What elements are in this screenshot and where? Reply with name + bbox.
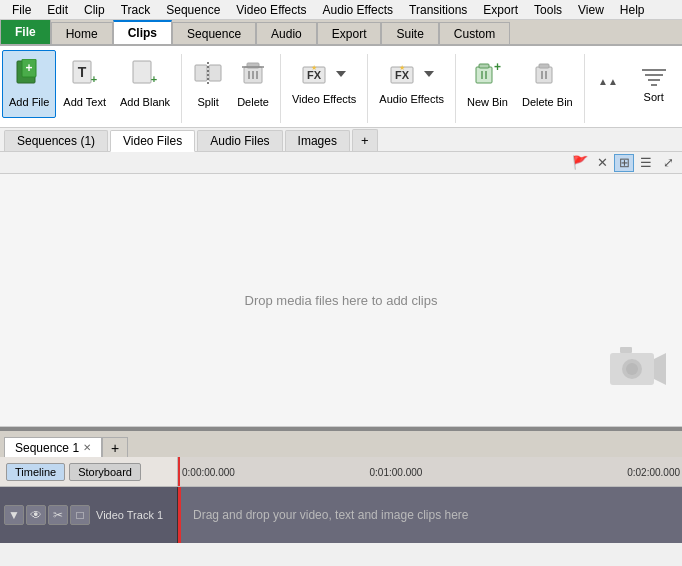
expand-icon[interactable]: ⤢ bbox=[658, 154, 678, 172]
menu-bar: File Edit Clip Track Sequence Video Effe… bbox=[0, 0, 682, 20]
svg-rect-43 bbox=[620, 347, 632, 353]
playhead-top bbox=[178, 457, 180, 486]
track-name-label: Video Track 1 bbox=[96, 509, 163, 521]
sequence-tab[interactable]: Sequence 1 ✕ bbox=[4, 437, 102, 457]
delete-bin-label: Delete Bin bbox=[522, 96, 573, 109]
video-effects-button[interactable]: FX ★ Video Effects bbox=[285, 50, 363, 118]
list-view-icon[interactable]: ☰ bbox=[636, 154, 656, 172]
timeline-header-row: Timeline Storyboard 0:00:00.000 0:01:00.… bbox=[0, 457, 682, 487]
menu-view[interactable]: View bbox=[570, 1, 612, 19]
sort-button[interactable]: Sort bbox=[631, 50, 677, 118]
sort-label: Sort bbox=[644, 91, 664, 103]
tab-audio[interactable]: Audio bbox=[256, 22, 317, 44]
track-visibility-button[interactable]: 👁 bbox=[26, 505, 46, 525]
svg-text:★: ★ bbox=[399, 64, 405, 71]
svg-rect-25 bbox=[476, 67, 492, 83]
delete-button[interactable]: Delete bbox=[230, 50, 276, 118]
track-mute-button[interactable]: □ bbox=[70, 505, 90, 525]
video-effects-label: Video Effects bbox=[292, 93, 356, 106]
svg-rect-31 bbox=[539, 64, 549, 68]
track-expand-button[interactable]: ▼ bbox=[4, 505, 24, 525]
tab-audio-files[interactable]: Audio Files bbox=[197, 130, 282, 151]
menu-track[interactable]: Track bbox=[113, 1, 159, 19]
drop-text: Drop media files here to add clips bbox=[245, 293, 438, 308]
tab-add-button[interactable]: + bbox=[352, 129, 378, 151]
video-effects-icon: FX ★ bbox=[302, 61, 346, 89]
track-drop-text: Drag and drop your video, text and image… bbox=[193, 508, 469, 522]
menu-tools[interactable]: Tools bbox=[526, 1, 570, 19]
menu-clip[interactable]: Clip bbox=[76, 1, 113, 19]
tab-clips[interactable]: Clips bbox=[113, 20, 172, 44]
reject-icon[interactable]: ✕ bbox=[592, 154, 612, 172]
menu-video-effects[interactable]: Video Effects bbox=[228, 1, 314, 19]
svg-text:+: + bbox=[26, 61, 33, 75]
delete-bin-button[interactable]: Delete Bin bbox=[515, 50, 580, 118]
menu-export[interactable]: Export bbox=[475, 1, 526, 19]
sort-icon bbox=[640, 65, 668, 91]
add-text-icon: T + bbox=[70, 59, 100, 92]
timeline-ruler: 0:00:00.000 0:01:00.000 0:02:00.000 bbox=[178, 457, 682, 486]
menu-help[interactable]: Help bbox=[612, 1, 653, 19]
timeline-button[interactable]: Timeline bbox=[6, 463, 65, 481]
volume-icon-area: ▲▲ bbox=[589, 50, 631, 118]
tab-video-files[interactable]: Video Files bbox=[110, 130, 195, 152]
timeline-label-col: Timeline Storyboard bbox=[0, 457, 178, 486]
svg-rect-26 bbox=[479, 64, 489, 68]
tab-sequences[interactable]: Sequences (1) bbox=[4, 130, 108, 151]
track-content-area[interactable]: Drag and drop your video, text and image… bbox=[178, 487, 682, 543]
menu-file[interactable]: File bbox=[4, 1, 39, 19]
sequence-tab-close[interactable]: ✕ bbox=[83, 442, 91, 453]
time-mark-0: 0:00:00.000 bbox=[178, 466, 235, 477]
audio-effects-button[interactable]: FX ★ Audio Effects bbox=[372, 50, 451, 118]
menu-edit[interactable]: Edit bbox=[39, 1, 76, 19]
content-tabs: Sequences (1) Video Files Audio Files Im… bbox=[0, 128, 682, 152]
svg-marker-24 bbox=[424, 71, 434, 77]
svg-text:★: ★ bbox=[311, 64, 317, 71]
volume-icon: ▲▲ bbox=[596, 68, 624, 96]
new-bin-button[interactable]: + New Bin bbox=[460, 50, 515, 118]
timeline-tabs: Sequence 1 ✕ + bbox=[0, 431, 682, 457]
tab-images[interactable]: Images bbox=[285, 130, 350, 151]
split-icon bbox=[193, 59, 223, 92]
audio-effects-icon: FX ★ bbox=[390, 61, 434, 89]
storyboard-button[interactable]: Storyboard bbox=[69, 463, 141, 481]
timeline-track-area: ▼ 👁 ✂ □ Video Track 1 Drag and drop your… bbox=[0, 487, 682, 543]
add-file-label: Add File bbox=[9, 96, 49, 109]
new-bin-label: New Bin bbox=[467, 96, 508, 109]
svg-marker-20 bbox=[336, 71, 346, 77]
sequence-tab-label: Sequence 1 bbox=[15, 441, 79, 455]
tab-export[interactable]: Export bbox=[317, 22, 382, 44]
timeline-tab-add[interactable]: + bbox=[102, 437, 128, 457]
add-text-button[interactable]: T + Add Text bbox=[56, 50, 113, 118]
tab-bar: File Home Clips Sequence Audio Export Su… bbox=[0, 20, 682, 46]
time-mark-2: 0:02:00.000 bbox=[627, 466, 680, 477]
add-blank-button[interactable]: + Add Blank bbox=[113, 50, 177, 118]
grid-view-icon[interactable]: ⊞ bbox=[614, 154, 634, 172]
menu-sequence[interactable]: Sequence bbox=[158, 1, 228, 19]
track-controls: ▼ 👁 ✂ □ Video Track 1 bbox=[0, 487, 178, 543]
tab-sequence[interactable]: Sequence bbox=[172, 22, 256, 44]
tab-custom[interactable]: Custom bbox=[439, 22, 510, 44]
camera-watermark-icon bbox=[608, 341, 668, 402]
add-blank-icon: + bbox=[130, 59, 160, 92]
add-text-label: Add Text bbox=[63, 96, 106, 109]
time-mark-1: 0:01:00.000 bbox=[370, 466, 423, 477]
svg-text:+: + bbox=[494, 60, 501, 74]
add-blank-label: Add Blank bbox=[120, 96, 170, 109]
menu-transitions[interactable]: Transitions bbox=[401, 1, 475, 19]
tab-home[interactable]: Home bbox=[51, 22, 113, 44]
svg-point-41 bbox=[626, 363, 638, 375]
tab-suite[interactable]: Suite bbox=[381, 22, 438, 44]
svg-text:+: + bbox=[151, 73, 157, 85]
flag-icon[interactable]: 🚩 bbox=[570, 154, 590, 172]
menu-audio-effects[interactable]: Audio Effects bbox=[315, 1, 402, 19]
media-drop-area: Drop media files here to add clips bbox=[0, 174, 682, 427]
split-button[interactable]: Split bbox=[186, 50, 230, 118]
add-file-button[interactable]: + Add File bbox=[2, 50, 56, 118]
split-label: Split bbox=[197, 96, 218, 109]
svg-marker-42 bbox=[654, 353, 666, 385]
svg-text:+: + bbox=[90, 73, 96, 85]
svg-text:T: T bbox=[77, 64, 86, 80]
tab-file[interactable]: File bbox=[0, 20, 51, 44]
track-lock-button[interactable]: ✂ bbox=[48, 505, 68, 525]
